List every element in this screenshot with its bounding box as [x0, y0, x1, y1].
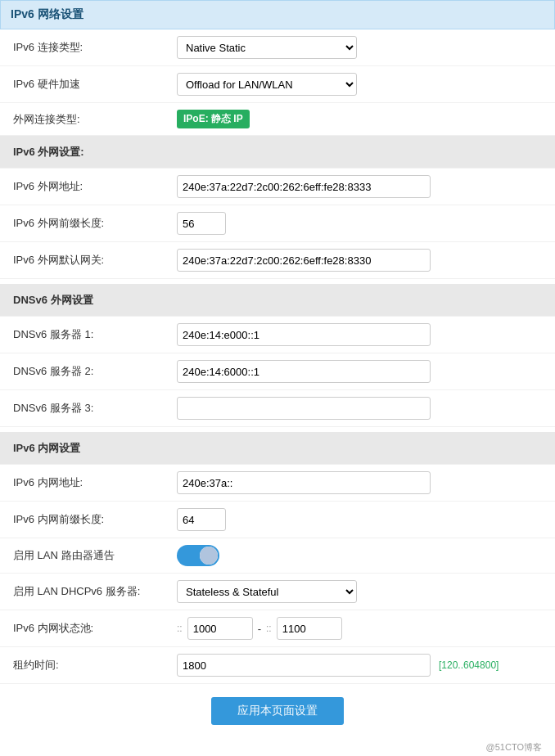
wan-conn-type-label: 外网连接类型:: [13, 112, 177, 127]
hardware-accel-select[interactable]: Offload for LAN/WLAN: [177, 73, 357, 96]
dns3-input[interactable]: [177, 397, 431, 420]
dns-settings-header: DNSv6 外网设置: [13, 293, 93, 308]
wan-prefix-input[interactable]: [177, 212, 226, 235]
page-header: IPv6 网络设置: [0, 0, 555, 29]
wan-gateway-label: IPv6 外网默认网关:: [13, 253, 177, 268]
pool-start-prefix: ::: [177, 623, 183, 634]
rent-label: 租约时间:: [13, 658, 177, 673]
dns1-label: DNSv6 服务器 1:: [13, 327, 177, 342]
wan-prefix-label: IPv6 外网前缀长度:: [13, 216, 177, 231]
lan-ra-label: 启用 LAN 路由器通告: [13, 548, 177, 563]
rent-input[interactable]: [177, 654, 431, 677]
rent-hint: [120..604800]: [439, 659, 499, 671]
dns2-label: DNSv6 服务器 2:: [13, 364, 177, 379]
lan-prefix-label: IPv6 内网前缀长度:: [13, 512, 177, 527]
pool-end-input[interactable]: [277, 617, 342, 640]
wan-conn-type-badge: IPoE: 静态 IP: [177, 110, 250, 128]
lan-address-input[interactable]: [177, 471, 431, 494]
wan-address-input[interactable]: [177, 175, 431, 198]
lan-ra-toggle[interactable]: [177, 545, 219, 566]
hardware-accel-label: IPv6 硬件加速: [13, 77, 177, 92]
pool-start-input[interactable]: [187, 617, 253, 640]
lan-pool-label: IPv6 内网状态池:: [13, 621, 177, 636]
dns2-input[interactable]: [177, 360, 431, 383]
lan-dhcp-select[interactable]: Stateless & Stateful: [177, 580, 357, 603]
connection-type-label: IPv6 连接类型:: [13, 40, 177, 55]
lan-dhcp-label: 启用 LAN DHCPv6 服务器:: [13, 584, 177, 599]
lan-address-label: IPv6 内网地址:: [13, 475, 177, 490]
apply-button[interactable]: 应用本页面设置: [211, 697, 344, 725]
wan-address-label: IPv6 外网地址:: [13, 179, 177, 194]
dns1-input[interactable]: [177, 323, 431, 346]
lan-settings-header: IPv6 内网设置: [13, 441, 80, 456]
lan-prefix-input[interactable]: [177, 508, 226, 531]
pool-dash: -: [258, 623, 261, 635]
pool-end-prefix: ::: [266, 623, 272, 634]
wan-settings-header: IPv6 外网设置:: [13, 145, 84, 160]
connection-type-select[interactable]: Native Static: [177, 36, 357, 59]
wan-gateway-input[interactable]: [177, 249, 431, 272]
watermark: @51CTO博客: [0, 738, 555, 756]
dns3-label: DNSv6 服务器 3:: [13, 401, 177, 416]
